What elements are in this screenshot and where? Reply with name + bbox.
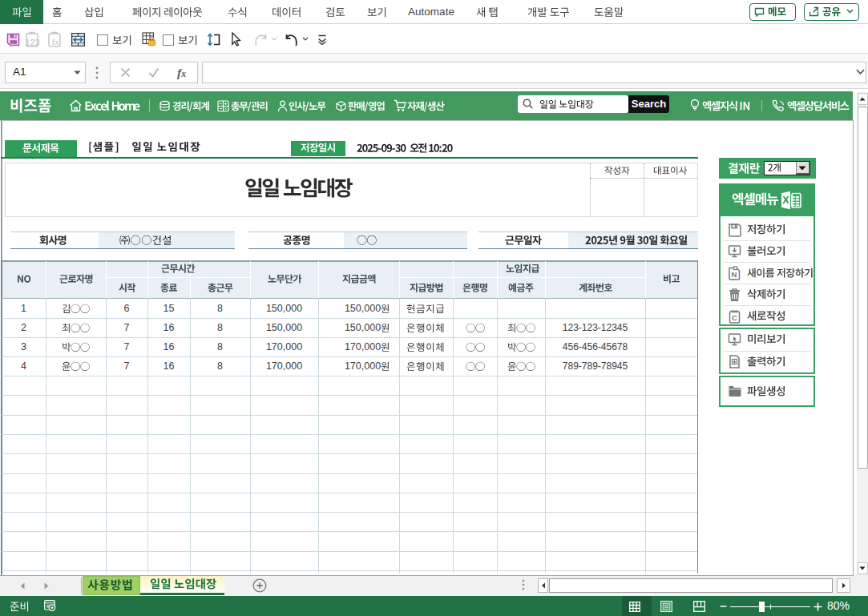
svg-text:X: X: [782, 195, 789, 206]
svg-text:N: N: [732, 270, 737, 279]
svg-text:C: C: [732, 312, 737, 321]
